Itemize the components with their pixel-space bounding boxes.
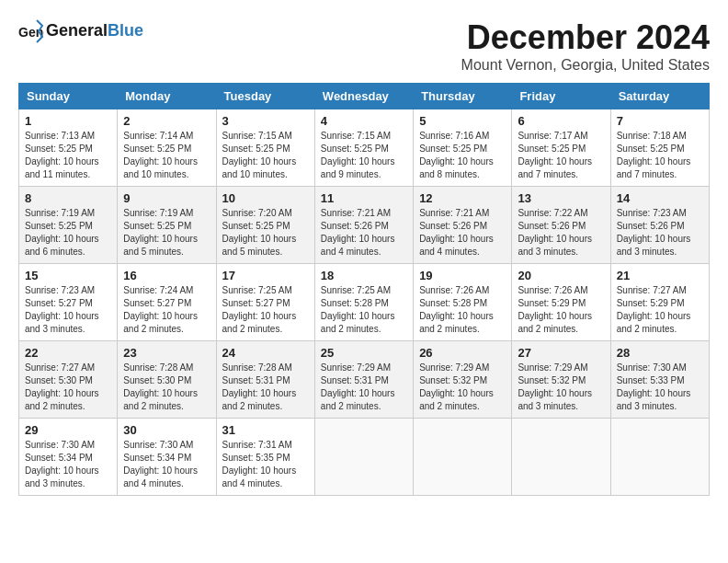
sunset-text: Sunset: 5:27 PM <box>222 297 309 310</box>
calendar-cell: 11 Sunrise: 7:21 AM Sunset: 5:26 PM Dayl… <box>314 187 413 264</box>
page-header: General GeneralBlue December 2024 Mount … <box>18 18 710 74</box>
daylight-text: Daylight: 10 hours and 9 minutes. <box>321 155 407 181</box>
sunrise-text: Sunrise: 7:20 AM <box>222 207 309 220</box>
sunset-text: Sunset: 5:35 PM <box>222 452 309 465</box>
cell-info: Sunrise: 7:20 AM Sunset: 5:25 PM Dayligh… <box>222 207 309 259</box>
daylight-text: Daylight: 10 hours and 2 minutes. <box>123 310 210 336</box>
calendar-cell: 9 Sunrise: 7:19 AM Sunset: 5:25 PM Dayli… <box>118 187 216 264</box>
location-subtitle: Mount Vernon, Georgia, United States <box>461 57 710 74</box>
day-number: 23 <box>123 346 210 360</box>
cell-info: Sunrise: 7:26 AM Sunset: 5:28 PM Dayligh… <box>419 284 506 336</box>
sunset-text: Sunset: 5:31 PM <box>321 374 407 387</box>
day-number: 15 <box>25 269 111 282</box>
cell-info: Sunrise: 7:18 AM Sunset: 5:25 PM Dayligh… <box>617 130 703 181</box>
calendar-cell: 16 Sunrise: 7:24 AM Sunset: 5:27 PM Dayl… <box>118 264 216 341</box>
day-number: 10 <box>222 191 309 205</box>
calendar-cell: 29 Sunrise: 7:30 AM Sunset: 5:34 PM Dayl… <box>19 419 118 496</box>
sunset-text: Sunset: 5:32 PM <box>419 374 506 387</box>
day-number: 8 <box>25 191 111 205</box>
calendar-cell: 1 Sunrise: 7:13 AM Sunset: 5:25 PM Dayli… <box>19 109 118 187</box>
calendar-cell: 14 Sunrise: 7:23 AM Sunset: 5:26 PM Dayl… <box>610 187 709 264</box>
day-header-friday: Friday <box>512 84 610 109</box>
sunset-text: Sunset: 5:28 PM <box>321 297 407 310</box>
calendar-cell: 28 Sunrise: 7:30 AM Sunset: 5:33 PM Dayl… <box>610 341 709 419</box>
day-number: 12 <box>419 191 506 205</box>
calendar-cell <box>512 419 610 496</box>
sunrise-text: Sunrise: 7:29 AM <box>419 362 506 374</box>
sunset-text: Sunset: 5:25 PM <box>222 143 309 155</box>
title-area: December 2024 Mount Vernon, Georgia, Uni… <box>461 18 710 74</box>
sunset-text: Sunset: 5:26 PM <box>419 220 506 233</box>
daylight-text: Daylight: 10 hours and 3 minutes. <box>617 233 703 259</box>
sunrise-text: Sunrise: 7:31 AM <box>222 439 309 452</box>
cell-info: Sunrise: 7:30 AM Sunset: 5:33 PM Dayligh… <box>617 362 703 413</box>
sunrise-text: Sunrise: 7:21 AM <box>321 207 407 220</box>
cell-info: Sunrise: 7:25 AM Sunset: 5:27 PM Dayligh… <box>222 284 309 336</box>
daylight-text: Daylight: 10 hours and 3 minutes. <box>518 233 604 259</box>
sunrise-text: Sunrise: 7:16 AM <box>419 130 506 143</box>
cell-info: Sunrise: 7:29 AM Sunset: 5:32 PM Dayligh… <box>419 362 506 413</box>
sunset-text: Sunset: 5:25 PM <box>25 220 111 233</box>
daylight-text: Daylight: 10 hours and 11 minutes. <box>25 155 111 181</box>
calendar-cell: 10 Sunrise: 7:20 AM Sunset: 5:25 PM Dayl… <box>216 187 314 264</box>
sunset-text: Sunset: 5:25 PM <box>25 143 111 155</box>
daylight-text: Daylight: 10 hours and 7 minutes. <box>518 155 604 181</box>
cell-info: Sunrise: 7:29 AM Sunset: 5:31 PM Dayligh… <box>321 362 407 413</box>
calendar-cell: 15 Sunrise: 7:23 AM Sunset: 5:27 PM Dayl… <box>19 264 118 341</box>
cell-info: Sunrise: 7:16 AM Sunset: 5:25 PM Dayligh… <box>419 130 506 181</box>
day-number: 31 <box>222 423 309 437</box>
cell-info: Sunrise: 7:22 AM Sunset: 5:26 PM Dayligh… <box>518 207 604 259</box>
calendar-cell: 24 Sunrise: 7:28 AM Sunset: 5:31 PM Dayl… <box>216 341 314 419</box>
calendar-cell: 17 Sunrise: 7:25 AM Sunset: 5:27 PM Dayl… <box>216 264 314 341</box>
daylight-text: Daylight: 10 hours and 4 minutes. <box>222 465 309 490</box>
sunset-text: Sunset: 5:33 PM <box>617 374 703 387</box>
sunrise-text: Sunrise: 7:19 AM <box>25 207 111 220</box>
daylight-text: Daylight: 10 hours and 10 minutes. <box>123 155 210 181</box>
logo-blue: Blue <box>108 21 143 40</box>
sunrise-text: Sunrise: 7:29 AM <box>321 362 407 374</box>
cell-info: Sunrise: 7:21 AM Sunset: 5:26 PM Dayligh… <box>321 207 407 259</box>
sunset-text: Sunset: 5:34 PM <box>123 452 210 465</box>
calendar-week-1: 1 Sunrise: 7:13 AM Sunset: 5:25 PM Dayli… <box>19 109 710 187</box>
calendar-cell: 5 Sunrise: 7:16 AM Sunset: 5:25 PM Dayli… <box>414 109 512 187</box>
sunrise-text: Sunrise: 7:30 AM <box>25 439 111 452</box>
daylight-text: Daylight: 10 hours and 4 minutes. <box>321 233 407 259</box>
daylight-text: Daylight: 10 hours and 2 minutes. <box>617 310 703 336</box>
sunset-text: Sunset: 5:34 PM <box>25 452 111 465</box>
calendar-cell <box>610 419 709 496</box>
sunrise-text: Sunrise: 7:29 AM <box>518 362 604 374</box>
cell-info: Sunrise: 7:15 AM Sunset: 5:25 PM Dayligh… <box>222 130 309 181</box>
calendar-cell: 30 Sunrise: 7:30 AM Sunset: 5:34 PM Dayl… <box>118 419 216 496</box>
calendar-cell <box>414 419 512 496</box>
day-number: 26 <box>419 346 506 360</box>
day-number: 24 <box>222 346 309 360</box>
sunrise-text: Sunrise: 7:25 AM <box>222 284 309 297</box>
sunset-text: Sunset: 5:31 PM <box>222 374 309 387</box>
sunrise-text: Sunrise: 7:26 AM <box>419 284 506 297</box>
calendar-cell <box>314 419 413 496</box>
cell-info: Sunrise: 7:23 AM Sunset: 5:26 PM Dayligh… <box>617 207 703 259</box>
calendar-week-5: 29 Sunrise: 7:30 AM Sunset: 5:34 PM Dayl… <box>19 419 710 496</box>
sunset-text: Sunset: 5:26 PM <box>617 220 703 233</box>
day-number: 22 <box>25 346 111 360</box>
cell-info: Sunrise: 7:19 AM Sunset: 5:25 PM Dayligh… <box>123 207 210 259</box>
cell-info: Sunrise: 7:28 AM Sunset: 5:30 PM Dayligh… <box>123 362 210 413</box>
calendar-cell: 31 Sunrise: 7:31 AM Sunset: 5:35 PM Dayl… <box>216 419 314 496</box>
sunset-text: Sunset: 5:30 PM <box>25 374 111 387</box>
sunset-text: Sunset: 5:25 PM <box>321 143 407 155</box>
cell-info: Sunrise: 7:14 AM Sunset: 5:25 PM Dayligh… <box>123 130 210 181</box>
sunset-text: Sunset: 5:25 PM <box>419 143 506 155</box>
daylight-text: Daylight: 10 hours and 2 minutes. <box>25 387 111 413</box>
cell-info: Sunrise: 7:15 AM Sunset: 5:25 PM Dayligh… <box>321 130 407 181</box>
cell-info: Sunrise: 7:30 AM Sunset: 5:34 PM Dayligh… <box>25 439 111 490</box>
sunset-text: Sunset: 5:29 PM <box>518 297 604 310</box>
sunset-text: Sunset: 5:25 PM <box>518 143 604 155</box>
day-header-tuesday: Tuesday <box>216 84 314 109</box>
day-header-monday: Monday <box>118 84 216 109</box>
daylight-text: Daylight: 10 hours and 2 minutes. <box>123 387 210 413</box>
sunrise-text: Sunrise: 7:28 AM <box>222 362 309 374</box>
calendar-cell: 19 Sunrise: 7:26 AM Sunset: 5:28 PM Dayl… <box>414 264 512 341</box>
daylight-text: Daylight: 10 hours and 6 minutes. <box>25 233 111 259</box>
calendar-cell: 27 Sunrise: 7:29 AM Sunset: 5:32 PM Dayl… <box>512 341 610 419</box>
sunset-text: Sunset: 5:30 PM <box>123 374 210 387</box>
